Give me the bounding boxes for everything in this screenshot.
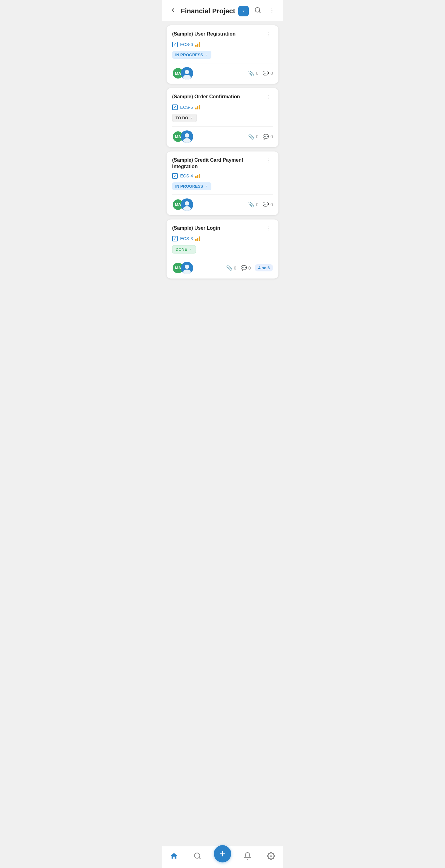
card-meta: ECS-4 [172, 173, 273, 179]
pagination-badge: 4 no 6 [255, 264, 273, 271]
back-button[interactable] [168, 6, 178, 17]
svg-point-15 [185, 133, 189, 137]
svg-point-21 [185, 201, 189, 206]
cards-list: (Sample) User Registration ECS-6 IN PROG… [162, 21, 283, 309]
card-stats: 📎 0 💬 0 4 no 6 [226, 264, 273, 271]
task-checkbox[interactable] [172, 104, 178, 110]
task-card-ecs4: (Sample) Credit Card Payment Integration… [166, 152, 279, 215]
attachment-count: 0 [256, 134, 258, 139]
svg-point-11 [268, 95, 269, 96]
comments-stat: 💬 0 [241, 265, 251, 271]
task-card-ecs6: (Sample) User Registration ECS-6 IN PROG… [166, 25, 279, 84]
svg-point-3 [272, 10, 273, 11]
search-button[interactable] [253, 6, 262, 17]
comments-stat: 💬 0 [263, 70, 273, 76]
svg-point-9 [185, 70, 189, 74]
header: Financial Project [162, 0, 283, 21]
attachments-stat: 📎 0 [226, 265, 236, 271]
project-dropdown-button[interactable] [238, 6, 249, 17]
comments-stat: 💬 0 [263, 202, 273, 208]
card-more-button[interactable] [265, 157, 273, 165]
card-stats: 📎 0 💬 0 [248, 70, 273, 76]
task-card-ecs3: (Sample) User Login ECS-3 DONE [166, 219, 279, 279]
card-title: (Sample) User Registration [172, 31, 265, 37]
card-more-button[interactable] [265, 31, 273, 39]
card-title-row: (Sample) Order Confirmation [172, 94, 273, 101]
task-checkbox[interactable] [172, 173, 178, 179]
more-options-button[interactable] [267, 6, 277, 17]
bottom-nav [162, 846, 283, 868]
comment-icon: 💬 [241, 265, 247, 271]
card-top: (Sample) Order Confirmation ECS-5 TO DO [166, 88, 279, 126]
paperclip-icon: 📎 [248, 70, 254, 76]
card-title-row: (Sample) Credit Card Payment Integration [172, 157, 273, 170]
card-top: (Sample) User Registration ECS-6 IN PROG… [166, 25, 279, 63]
priority-icon [195, 237, 200, 241]
priority-icon [195, 174, 200, 178]
search-nav-button[interactable] [190, 850, 204, 862]
svg-point-17 [268, 159, 269, 159]
card-stats: 📎 0 💬 0 [248, 134, 273, 140]
card-meta: ECS-5 [172, 104, 273, 110]
settings-nav-button[interactable] [264, 850, 278, 862]
status-label: IN PROGRESS [175, 53, 203, 57]
svg-point-12 [268, 97, 269, 97]
task-checkbox[interactable] [172, 42, 178, 47]
home-nav-button[interactable] [167, 850, 181, 862]
avatar-user [181, 198, 193, 211]
status-label: DONE [176, 247, 187, 252]
card-bottom: MA 📎 0 💬 0 4 [166, 258, 279, 279]
svg-point-7 [268, 35, 269, 36]
attachments-stat: 📎 0 [248, 134, 258, 140]
page-title: Financial Project [181, 7, 235, 15]
card-title: (Sample) Credit Card Payment Integration [172, 157, 265, 170]
priority-icon [195, 42, 200, 47]
svg-point-19 [268, 162, 269, 162]
card-meta: ECS-6 [172, 42, 273, 47]
card-more-button[interactable] [265, 94, 273, 101]
comment-icon: 💬 [263, 202, 269, 208]
avatars: MA [172, 67, 193, 80]
svg-point-13 [268, 98, 269, 99]
task-id: ECS-4 [180, 174, 193, 178]
paperclip-icon: 📎 [248, 134, 254, 140]
card-title-row: (Sample) User Registration [172, 31, 273, 39]
status-badge[interactable]: IN PROGRESS [172, 182, 211, 190]
comment-count: 0 [271, 134, 273, 139]
svg-point-27 [185, 265, 189, 269]
task-checkbox[interactable] [172, 236, 178, 241]
status-label: TO DO [176, 116, 188, 120]
notifications-nav-button[interactable] [241, 850, 255, 862]
card-title: (Sample) Order Confirmation [172, 94, 265, 100]
header-left: Financial Project [168, 6, 249, 17]
add-task-button[interactable] [214, 845, 231, 862]
task-id: ECS-6 [180, 42, 193, 47]
attachment-count: 0 [256, 202, 258, 207]
svg-point-4 [272, 12, 273, 13]
svg-point-23 [268, 226, 269, 227]
card-title-row: (Sample) User Login [172, 225, 273, 233]
svg-point-31 [270, 855, 272, 857]
paperclip-icon: 📎 [226, 265, 232, 271]
status-badge[interactable]: IN PROGRESS [172, 51, 211, 59]
status-badge[interactable]: TO DO [172, 114, 197, 122]
card-bottom: MA 📎 0 💬 0 [166, 195, 279, 215]
svg-point-18 [268, 160, 269, 161]
card-title: (Sample) User Login [172, 225, 265, 231]
attachment-count: 0 [256, 71, 258, 76]
card-bottom: MA 📎 0 💬 0 [166, 127, 279, 147]
card-top: (Sample) Credit Card Payment Integration… [166, 152, 279, 194]
svg-point-24 [268, 228, 269, 228]
comment-count: 0 [271, 71, 273, 76]
avatars: MA [172, 198, 193, 211]
header-right [253, 6, 277, 17]
avatar-user [181, 67, 193, 80]
status-badge[interactable]: DONE [172, 245, 196, 253]
svg-point-25 [268, 230, 269, 230]
svg-point-2 [272, 8, 273, 9]
card-more-button[interactable] [265, 225, 273, 233]
avatars: MA [172, 262, 193, 274]
svg-point-5 [268, 32, 269, 33]
comment-icon: 💬 [263, 134, 269, 140]
avatar-user [181, 262, 193, 274]
